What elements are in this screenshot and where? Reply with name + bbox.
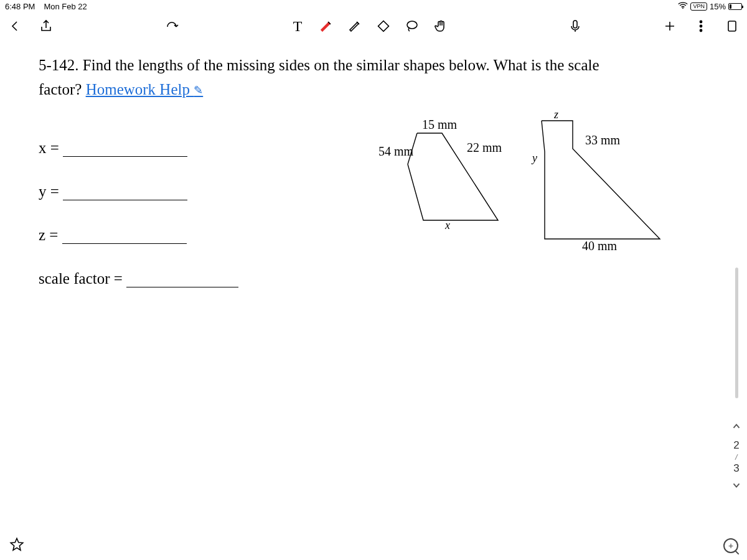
microphone-icon[interactable] xyxy=(566,17,584,35)
small-top-label: 15 mm xyxy=(422,118,457,132)
svg-rect-7 xyxy=(728,21,736,31)
bottom-bar: + xyxy=(0,531,747,560)
svg-point-5 xyxy=(700,25,702,27)
book-icon: ✎ xyxy=(194,84,203,96)
pages-icon[interactable] xyxy=(723,17,741,35)
z-label: z = xyxy=(39,226,62,244)
battery-percent: 15% xyxy=(710,2,726,11)
svg-point-4 xyxy=(700,21,702,22)
page-current: 2 xyxy=(733,439,739,452)
favorite-star-icon[interactable] xyxy=(9,536,25,555)
svg-point-2 xyxy=(407,21,417,29)
shapes-svg xyxy=(349,114,697,258)
y-blank[interactable] xyxy=(63,183,187,200)
page-down-icon[interactable] xyxy=(731,480,742,493)
drawing-tools: T xyxy=(289,17,449,35)
page-total: 3 xyxy=(733,462,739,475)
similar-shapes-figure: 15 mm 54 mm 22 mm x z 33 mm y 40 mm xyxy=(349,114,697,276)
small-left-label: 54 mm xyxy=(378,144,413,159)
zoom-in-icon: + xyxy=(723,538,738,553)
small-right-label: 22 mm xyxy=(467,141,502,155)
marker-red-icon[interactable] xyxy=(317,17,335,35)
text-tool[interactable]: T xyxy=(289,17,306,35)
svg-point-6 xyxy=(700,29,702,31)
share-button[interactable] xyxy=(37,17,55,35)
wifi-icon xyxy=(678,2,688,11)
large-top-var: z xyxy=(554,108,558,121)
y-label: y = xyxy=(39,183,63,200)
hand-tool-icon[interactable] xyxy=(432,17,449,35)
highlighter-icon[interactable] xyxy=(346,17,364,35)
large-bottom-label: 40 mm xyxy=(582,239,617,253)
page-rail: 2 3 xyxy=(726,268,747,493)
page-divider xyxy=(735,454,738,460)
large-left-var: y xyxy=(532,152,537,165)
problem-statement: 5-142. Find the lengths of the missing s… xyxy=(39,54,708,102)
svg-rect-1 xyxy=(378,21,389,32)
eraser-icon[interactable] xyxy=(375,17,392,35)
x-label: x = xyxy=(39,139,63,157)
svg-marker-10 xyxy=(11,538,23,550)
status-date: Mon Feb 22 xyxy=(44,2,87,11)
homework-help-link[interactable]: Homework Help ✎ xyxy=(86,81,204,98)
x-blank[interactable] xyxy=(63,139,187,157)
lasso-icon[interactable] xyxy=(403,17,421,35)
status-bar: 6:48 PM Mon Feb 22 VPN 15% xyxy=(0,0,747,12)
sf-blank[interactable] xyxy=(126,270,238,287)
problem-line-2: factor? xyxy=(39,81,82,98)
svg-rect-3 xyxy=(573,21,577,28)
small-bottom-var: x xyxy=(445,219,450,232)
problem-line-1: Find the lengths of the missing sides on… xyxy=(83,57,599,73)
app-toolbar: T xyxy=(0,12,747,40)
status-time: 6:48 PM xyxy=(5,2,35,11)
vpn-badge: VPN xyxy=(690,2,707,11)
page-content: 5-142. Find the lengths of the missing s… xyxy=(0,40,747,287)
battery-icon xyxy=(728,3,742,10)
svg-point-0 xyxy=(682,7,684,9)
scroll-track[interactable] xyxy=(735,268,738,398)
sf-label: scale factor = xyxy=(39,270,126,287)
page-up-icon[interactable] xyxy=(731,421,742,434)
problem-number: 5-142. xyxy=(39,57,79,73)
zoom-in-button[interactable]: + xyxy=(723,538,738,553)
svg-line-9 xyxy=(542,121,545,152)
large-right-label: 33 mm xyxy=(585,133,620,147)
add-button[interactable] xyxy=(661,17,679,35)
z-blank[interactable] xyxy=(62,226,187,244)
back-button[interactable] xyxy=(6,17,24,35)
more-icon[interactable] xyxy=(692,17,710,35)
undo-button[interactable] xyxy=(163,17,181,35)
